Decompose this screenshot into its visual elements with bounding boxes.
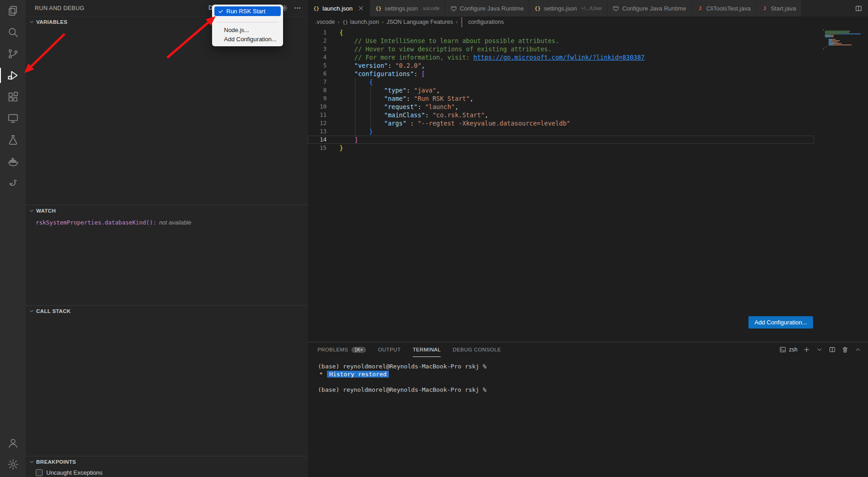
code-line[interactable]: 4 // For more information, visit: https:… <box>308 53 814 61</box>
editor-tab[interactable]: {}launch.json <box>308 0 370 16</box>
code-line[interactable]: 3 // Hover to view descriptions of exist… <box>308 45 814 53</box>
checkmark-icon <box>218 9 224 14</box>
add-configuration-button[interactable]: Add Configuration... <box>748 316 813 329</box>
editor-tab[interactable]: {}settings.json~/.../User <box>529 0 607 16</box>
editor-tab[interactable]: {}settings.json.vscode <box>370 0 445 16</box>
code-line[interactable]: 6 "configurations": [ <box>308 70 814 78</box>
run-and-debug-sidebar: RUN AND DEBUG D VARIABLES WATCH rskSyste… <box>26 0 308 477</box>
code-line[interactable]: 15} <box>308 144 814 152</box>
terminal-profile-chip[interactable]: zsh <box>779 346 797 353</box>
minimap-line <box>823 39 865 40</box>
call-stack-section-label: CALL STACK <box>36 308 71 314</box>
call-stack-section-header[interactable]: CALL STACK <box>26 306 308 317</box>
new-terminal-plus-icon[interactable] <box>803 346 810 353</box>
remote-explorer-icon <box>7 112 19 125</box>
json-icon: {} <box>313 5 320 12</box>
java-icon: J <box>761 5 768 12</box>
panel-tab-label: TERMINAL <box>413 347 441 352</box>
json-icon: {} <box>534 5 541 12</box>
panel-tab-debug-console[interactable]: DEBUG CONSOLE <box>453 342 501 357</box>
menu-item[interactable]: Run RSK Start <box>214 6 281 16</box>
runtime-window-icon <box>450 5 457 12</box>
checkbox-unchecked[interactable] <box>36 469 43 476</box>
activitybar-item-source-control[interactable] <box>0 43 26 65</box>
breadcrumb-label: JSON Language Features <box>387 19 453 25</box>
code-line[interactable]: 11 "mainClass": "co.rsk.Start", <box>308 111 814 119</box>
activitybar-item-run-and-debug[interactable] <box>0 65 26 86</box>
code-line[interactable]: 2 // Use IntelliSense to learn about pos… <box>308 37 814 45</box>
activitybar-item-extensions[interactable] <box>0 86 26 108</box>
terminal-profiles-chevron-down-icon[interactable] <box>816 346 823 353</box>
breakpoint-row[interactable]: Uncaught Exceptions <box>26 467 308 477</box>
panel-tab-terminal[interactable]: TERMINAL <box>413 342 441 357</box>
java-icon: J <box>697 5 704 12</box>
editor-tab[interactable]: JStart.java <box>756 0 802 16</box>
line-content: "name": "Run RSK Start", <box>339 94 474 103</box>
more-actions-icon[interactable] <box>294 4 301 12</box>
code-line[interactable]: 13 } <box>308 127 814 136</box>
activitybar-item-gradle[interactable] <box>0 172 26 194</box>
menu-item[interactable]: Node.js... <box>212 25 283 34</box>
minimap-line <box>823 29 865 30</box>
activitybar-item-remote-explorer[interactable] <box>0 108 26 129</box>
breadcrumb-label: .vscode <box>315 19 335 25</box>
split-terminal-icon[interactable] <box>829 346 836 353</box>
tab-label: Configure Java Runtime <box>460 5 524 12</box>
watch-expression-row[interactable]: rskSystemProperties.databaseKind():not a… <box>26 218 308 227</box>
tab-close-icon[interactable] <box>357 5 365 12</box>
line-number: 12 <box>308 119 327 127</box>
chevron-down-icon <box>28 19 35 25</box>
editor-tab-bar: {}launch.json{}settings.json.vscodeConfi… <box>308 0 868 16</box>
panel-tab-output[interactable]: OUTPUT <box>378 342 401 357</box>
breadcrumb-item[interactable]: [ ]configurations <box>460 19 504 25</box>
code-line[interactable]: 14 ] <box>308 136 814 144</box>
chevron-down-icon <box>28 208 35 214</box>
line-content: // Use IntelliSense to learn about possi… <box>339 37 559 45</box>
terminal-history-badge: * <box>318 371 324 378</box>
terminal-line: *History restored <box>318 370 868 378</box>
menu-item-label: Node.js... <box>224 27 249 33</box>
breadcrumb-item[interactable]: {}launch.json <box>342 19 379 25</box>
minimap-line <box>823 32 865 33</box>
line-content: } <box>339 127 373 136</box>
terminal-line: (base) reynoldmorel@Reynolds-MacBook-Pro… <box>318 362 868 370</box>
tab-description: ~/.../User <box>580 5 602 11</box>
breadcrumb-item[interactable]: .vscode <box>315 19 335 25</box>
code-line[interactable]: 9 "name": "Run RSK Start", <box>308 94 814 103</box>
breakpoints-section-label: BREAKPOINTS <box>36 459 76 465</box>
breadcrumb-separator: › <box>338 19 339 25</box>
panel-tab-problems[interactable]: PROBLEMS1K+ <box>317 342 366 357</box>
activitybar-item-search[interactable] <box>0 22 26 43</box>
editor-pane[interactable]: 1{2 // Use IntelliSense to learn about p… <box>308 27 868 342</box>
minimap[interactable] <box>823 29 865 50</box>
files-icon <box>7 5 19 17</box>
split-editor-icon[interactable] <box>855 5 863 12</box>
kill-terminal-trash-icon[interactable] <box>841 346 849 353</box>
code-line[interactable]: 7 { <box>308 78 814 86</box>
terminal-output[interactable]: (base) reynoldmorel@Reynolds-MacBook-Pro… <box>308 357 868 394</box>
activitybar-item-explorer[interactable] <box>0 0 26 22</box>
editor-tab[interactable]: JCliToolsTest.java <box>692 0 756 16</box>
chevron-down-icon <box>28 308 35 314</box>
code-line[interactable]: 12 "args" : "--regtest -Xkeyvalue.dataso… <box>308 119 814 127</box>
activitybar-item-accounts[interactable] <box>0 432 26 454</box>
editor-tabs: {}launch.json{}settings.json.vscodeConfi… <box>308 0 802 16</box>
minimap-line <box>823 49 865 49</box>
activitybar-item-testing[interactable] <box>0 129 26 151</box>
editor-tab[interactable]: Configure Java Runtime <box>607 0 691 16</box>
code-line[interactable]: 1{ <box>308 28 814 37</box>
activitybar-item-manage[interactable] <box>0 454 26 475</box>
editor-tab[interactable]: Configure Java Runtime <box>445 0 529 16</box>
panel-tab-label: DEBUG CONSOLE <box>453 347 501 352</box>
menu-item-label: Run RSK Start <box>226 8 265 15</box>
menu-item[interactable]: Add Configuration... <box>212 34 283 44</box>
breadcrumb: .vscode›{}launch.json›JSON Language Feat… <box>308 16 868 27</box>
code-line[interactable]: 10 "request": "launch", <box>308 103 814 111</box>
watch-section-header[interactable]: WATCH <box>26 205 308 216</box>
code-line[interactable]: 8 "type": "java", <box>308 86 814 94</box>
breakpoints-section-header[interactable]: BREAKPOINTS <box>26 456 308 467</box>
code-line[interactable]: 5 "version": "0.2.0", <box>308 61 814 70</box>
maximize-panel-chevron-up-icon[interactable] <box>854 346 862 353</box>
activitybar-item-docker[interactable] <box>0 151 26 172</box>
breadcrumb-item[interactable]: JSON Language Features <box>387 19 453 25</box>
